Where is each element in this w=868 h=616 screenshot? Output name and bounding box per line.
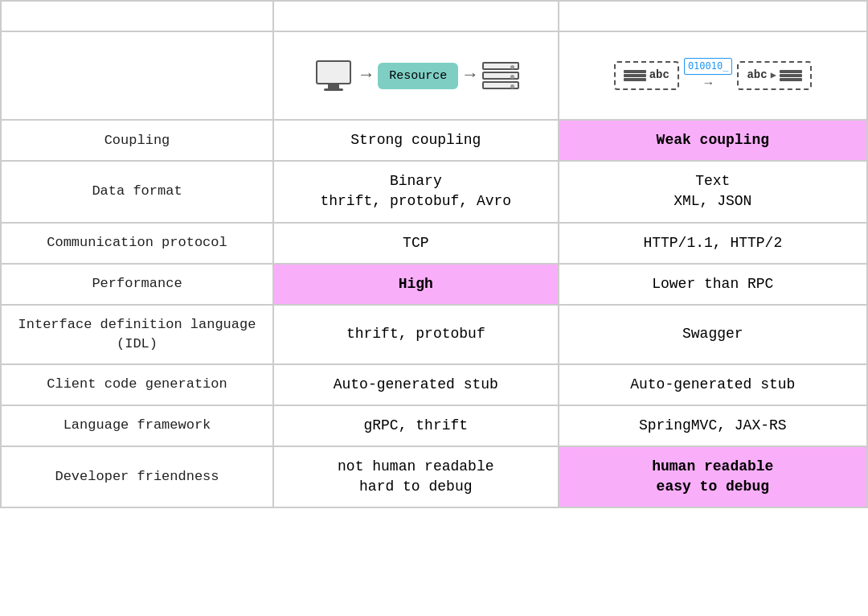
- col-rest-header: [559, 1, 867, 31]
- feature-cell: Performance: [1, 264, 273, 305]
- rest-cell: Auto-generated stub: [559, 364, 867, 405]
- small-arrow: ▶: [771, 69, 776, 83]
- feature-cell: Communication protocol: [1, 223, 273, 264]
- rpc-cell: Binarythrift, protobuf, Avro: [273, 161, 559, 222]
- rpc-diagram-cell: → Resource →: [273, 31, 559, 120]
- feature-cell: Coupling: [1, 120, 273, 161]
- feature-cell: Developer friendness: [1, 446, 273, 507]
- rest-cell: human readableeasy to debug: [559, 446, 867, 507]
- table-row: Client code generation Auto-generated st…: [1, 364, 867, 405]
- monitor-base: [324, 88, 343, 91]
- db-icon-2: [780, 70, 802, 81]
- comparison-table: → Resource →: [0, 0, 868, 508]
- server-unit-1: [482, 62, 519, 70]
- rest-cell: SpringMVC, JAX-RS: [559, 405, 867, 446]
- table-row: Developer friendness not human readableh…: [1, 446, 867, 507]
- table-row: Performance High Lower than RPC: [1, 264, 867, 305]
- diagram-feature-cell: [1, 31, 273, 120]
- rpc-cell: not human readablehard to debug: [273, 446, 559, 507]
- server-unit-2: [482, 72, 519, 80]
- right-arrow: →: [704, 75, 712, 92]
- feature-cell: Interface definition language (IDL): [1, 305, 273, 364]
- rest-cell: Weak coupling: [559, 120, 867, 161]
- rest-db-box-1: abc: [614, 61, 679, 90]
- arrow-icon-2: →: [465, 64, 475, 88]
- binary-text: 010010_: [684, 58, 733, 75]
- rest-diagram-cell: abc 010010_ → abc ▶: [559, 31, 867, 120]
- rpc-cell: Strong coupling: [273, 120, 559, 161]
- rest-diagram: abc 010010_ → abc ▶: [572, 58, 854, 92]
- db-line: [624, 78, 646, 81]
- rpc-cell: gRPC, thrift: [273, 405, 559, 446]
- rpc-cell: High: [273, 264, 559, 305]
- table-row: Data format Binarythrift, protobuf, Avro…: [1, 161, 867, 222]
- rest-cell: HTTP/1.1, HTTP/2: [559, 223, 867, 264]
- rest-cell: Lower than RPC: [559, 264, 867, 305]
- db-line: [624, 70, 646, 73]
- db-line: [780, 78, 802, 81]
- diagram-row: → Resource →: [1, 31, 867, 120]
- monitor-icon: [313, 59, 354, 92]
- feature-cell: Client code generation: [1, 364, 273, 405]
- arrow-icon: →: [361, 64, 371, 88]
- feature-cell: Data format: [1, 161, 273, 222]
- abc-text-2: abc: [747, 68, 767, 84]
- col-rpc-header: [273, 1, 559, 31]
- rpc-diagram: → Resource →: [287, 59, 545, 92]
- db-icon-1: [624, 70, 646, 81]
- db-line: [780, 74, 802, 77]
- resource-box: Resource: [378, 63, 458, 89]
- db-line: [624, 74, 646, 77]
- rest-cell: Swagger: [559, 305, 867, 364]
- server-icon: [482, 62, 519, 89]
- table-row: Interface definition language (IDL) thri…: [1, 305, 867, 364]
- rpc-cell: thrift, protobuf: [273, 305, 559, 364]
- server-unit-3: [482, 81, 519, 89]
- table-row: Coupling Strong coupling Weak coupling: [1, 120, 867, 161]
- feature-cell: Language framework: [1, 405, 273, 446]
- header-row: [1, 1, 867, 31]
- binary-section: 010010_ →: [684, 58, 733, 92]
- rest-cell: TextXML, JSON: [559, 161, 867, 222]
- col-feature-header: [1, 1, 273, 31]
- monitor-screen: [316, 60, 351, 84]
- db-line: [780, 70, 802, 73]
- rpc-cell: Auto-generated stub: [273, 364, 559, 405]
- table-row: Communication protocol TCP HTTP/1.1, HTT…: [1, 223, 867, 264]
- table-row: Language framework gRPC, thrift SpringMV…: [1, 405, 867, 446]
- rpc-cell: TCP: [273, 223, 559, 264]
- rest-db-box-2: abc ▶: [737, 61, 811, 90]
- abc-text-1: abc: [649, 68, 669, 84]
